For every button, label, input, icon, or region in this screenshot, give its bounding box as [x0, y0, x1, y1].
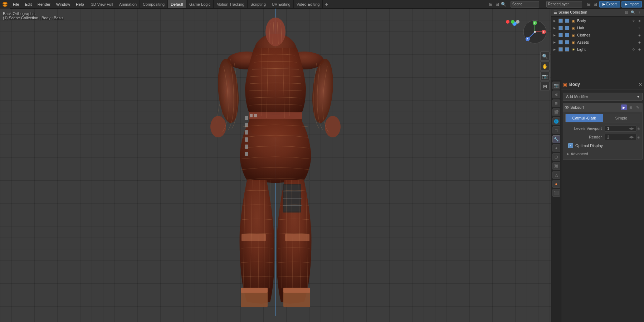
- topbar-icon-1[interactable]: ⊞: [488, 2, 493, 7]
- menu-render[interactable]: Render: [35, 0, 53, 8]
- add-modifier-button[interactable]: Add Modifier ▾: [563, 93, 643, 101]
- outliner-search-icon[interactable]: 🔍: [630, 10, 635, 15]
- clothes-icon-1[interactable]: ◈: [637, 33, 642, 38]
- props-tab-modifier[interactable]: 🔧: [552, 135, 560, 143]
- menu-help[interactable]: Help: [73, 0, 87, 8]
- import-label: Import: [629, 2, 639, 6]
- properties-content-area: ▣ Body ✕ Add Modifier ▾: [561, 80, 644, 322]
- outliner-filter-icon[interactable]: ⊟: [624, 10, 629, 15]
- tab-compositing[interactable]: Compositing: [140, 0, 168, 8]
- outliner-icon-light: ☀: [571, 47, 576, 52]
- outliner-item-hair[interactable]: ▶ ▣ Hair ⊹: [552, 24, 643, 31]
- subdivision-type-tabs: Catmull-Clark Simple: [565, 114, 640, 122]
- modifier-visibility-toggle[interactable]: [565, 104, 569, 110]
- scene-input[interactable]: [511, 1, 539, 8]
- light-icon-2[interactable]: ◈: [637, 47, 642, 52]
- outliner-header-icons: ⊟ 🔍 ⋮: [624, 10, 642, 15]
- levels-viewport-value[interactable]: 1 ◀▶: [605, 125, 636, 132]
- tab-animation[interactable]: Animation: [116, 0, 140, 8]
- outliner-check-hair[interactable]: [558, 26, 563, 30]
- optimal-display-label: Optimal Display: [575, 143, 603, 148]
- object-close-button[interactable]: ✕: [638, 82, 643, 87]
- tab-default[interactable]: Default: [168, 0, 186, 8]
- outliner-item-body[interactable]: ▶ ▣ Body ⊹ ◈: [552, 17, 643, 24]
- outliner-check-clothes[interactable]: [558, 33, 563, 37]
- catmull-clark-tab[interactable]: Catmull-Clark: [566, 114, 603, 122]
- import-button[interactable]: ▶ Import: [621, 1, 642, 8]
- props-tab-viewlayer[interactable]: ⊞: [552, 99, 560, 107]
- scene-selector-area: [508, 1, 542, 8]
- modifier-cage-icon[interactable]: ◉: [641, 104, 643, 110]
- levels-viewport-arrows: ◀▶: [629, 127, 634, 130]
- render-level-value[interactable]: 2 ◀▶: [605, 134, 636, 140]
- add-modifier-section: Add Modifier ▾: [561, 91, 644, 164]
- tab-uvediting[interactable]: UV Editing: [269, 0, 294, 8]
- advanced-row[interactable]: ▶ Advanced: [565, 150, 640, 157]
- viewport-3d[interactable]: Back Orthographic (1) Scene Collection |…: [0, 9, 551, 322]
- outliner-vis-assets[interactable]: [565, 40, 569, 44]
- props-tab-data[interactable]: △: [552, 171, 560, 179]
- export-button[interactable]: ▶ Export: [599, 1, 620, 8]
- levels-viewport-lock[interactable]: ◈: [637, 126, 640, 131]
- outliner-item-light[interactable]: ▶ ☀ Light ⊹ ◈: [552, 46, 643, 53]
- add-workspace-tab[interactable]: +: [323, 0, 330, 8]
- modifier-subsurf-header[interactable]: ▶ ⊞ ✎ ◉ ⊟ ⎘ ✕: [563, 103, 642, 112]
- tab-gamelogic[interactable]: Game Logic: [186, 0, 214, 8]
- outliner-vis-body[interactable]: [565, 19, 569, 23]
- props-tab-world[interactable]: 🌐: [552, 117, 560, 125]
- tab-videoediting[interactable]: Video Editing: [294, 0, 323, 8]
- outliner-vis-light[interactable]: [565, 47, 569, 52]
- body-icon-1[interactable]: ⊹: [631, 18, 636, 23]
- props-icon-tabs: 📷 🖨 ⊞ 🎬 🌐 ◻ 🔧 ✦ ⬡ ⛓ △ ● ⬛: [551, 80, 561, 322]
- svg-rect-44: [245, 145, 248, 149]
- outliner-vis-clothes[interactable]: [565, 33, 569, 37]
- outliner-settings-icon[interactable]: ⋮: [637, 10, 642, 15]
- light-icon-1[interactable]: ⊹: [631, 47, 636, 52]
- topbar-icon-3[interactable]: ⊟: [586, 2, 591, 7]
- props-tab-physics[interactable]: ⬡: [552, 153, 560, 161]
- outliner-item-clothes[interactable]: ▶ ▣ Clothes ◈: [552, 31, 643, 39]
- outliner-item-assets[interactable]: ▶ ▣ Assets ◈: [552, 39, 643, 46]
- menu-file[interactable]: File: [10, 0, 22, 8]
- props-tab-texture[interactable]: ⬛: [552, 189, 560, 197]
- topbar-search[interactable]: 🔍: [501, 2, 506, 7]
- assets-icon-1[interactable]: ◈: [637, 40, 642, 45]
- props-tab-scene[interactable]: 🎬: [552, 108, 560, 116]
- outliner-check-light[interactable]: [558, 47, 563, 52]
- outliner-vis-hair[interactable]: [565, 26, 569, 30]
- renderlayer-input[interactable]: [546, 1, 582, 8]
- props-tab-material[interactable]: ●: [552, 180, 560, 188]
- hair-icon-1[interactable]: ⊹: [637, 25, 642, 30]
- svg-rect-45: [245, 152, 248, 156]
- outliner-check-body[interactable]: [558, 19, 563, 23]
- render-level-lock[interactable]: ◈: [637, 135, 640, 140]
- app-logo: [0, 0, 10, 9]
- props-tab-constraints[interactable]: ⛓: [552, 162, 560, 170]
- props-tab-object[interactable]: ◻: [552, 126, 560, 134]
- svg-point-2: [5, 4, 6, 5]
- add-modifier-label: Add Modifier: [566, 94, 588, 99]
- props-tab-particles[interactable]: ✦: [552, 144, 560, 152]
- modifier-edit-icon[interactable]: ✎: [635, 104, 640, 110]
- character-model: [0, 9, 551, 322]
- modifier-viewport-icon[interactable]: ⊞: [628, 104, 634, 110]
- props-tab-render[interactable]: 📷: [552, 82, 560, 89]
- outliner-label-body: Body: [577, 19, 630, 23]
- topbar-icon-2[interactable]: ⊟: [495, 2, 500, 7]
- props-tab-output[interactable]: 🖨: [552, 91, 560, 98]
- body-icon-2[interactable]: ◈: [637, 18, 642, 23]
- outliner-arrow-assets: ▶: [553, 41, 557, 44]
- outliner-check-assets[interactable]: [558, 40, 563, 44]
- menu-edit[interactable]: Edit: [22, 0, 35, 8]
- topbar-icon-4[interactable]: ⊟: [593, 2, 598, 7]
- tab-motiontracking[interactable]: Motion Tracking: [214, 0, 248, 8]
- optimal-display-checkbox[interactable]: ✓: [568, 143, 573, 148]
- menu-window[interactable]: Window: [53, 0, 73, 8]
- levels-viewport-row: Levels Viewport 1 ◀▶ ◈: [565, 125, 640, 132]
- tab-scripting[interactable]: Scripting: [248, 0, 269, 8]
- tab-3dviewfull[interactable]: 3D View Full: [88, 0, 117, 8]
- outliner-arrow-body: ▶: [553, 19, 557, 23]
- simple-tab[interactable]: Simple: [603, 114, 640, 122]
- modifier-render-icon[interactable]: ▶: [621, 104, 627, 110]
- modifier-name-input[interactable]: [570, 105, 620, 109]
